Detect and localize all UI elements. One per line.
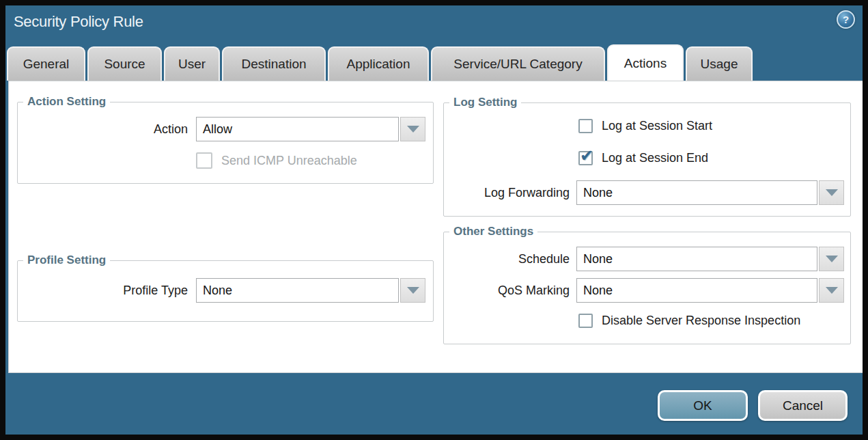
send-icmp-label: Send ICMP Unreachable	[221, 154, 357, 168]
tab-application[interactable]: Application	[328, 46, 429, 81]
tab-label: Service/URL Category	[453, 57, 582, 72]
send-icmp-checkbox	[196, 152, 212, 169]
disable-server-response-inspection-label: Disable Server Response Inspection	[602, 314, 800, 328]
ok-button[interactable]: OK	[658, 390, 748, 421]
help-icon[interactable]: ?	[837, 10, 855, 29]
other-settings-group: Other Settings Schedule None QoS Marking…	[443, 225, 851, 344]
log-session-start-label: Log at Session Start	[602, 119, 712, 133]
tab-destination[interactable]: Destination	[222, 46, 326, 81]
action-dropdown[interactable]: Allow	[196, 117, 425, 141]
tab-label: Destination	[241, 57, 306, 72]
tab-source[interactable]: Source	[87, 46, 162, 81]
log-session-end-checkbox[interactable]	[578, 151, 593, 165]
qos-marking-label: QoS Marking	[444, 284, 570, 298]
qos-marking-dropdown[interactable]: None	[576, 278, 844, 303]
profile-type-dropdown-value: None	[203, 284, 232, 298]
dialog-title: Security Policy Rule	[14, 13, 143, 31]
profile-setting-legend: Profile Setting	[23, 253, 110, 267]
tab-user[interactable]: User	[164, 46, 220, 81]
action-dropdown-button[interactable]	[400, 117, 425, 141]
action-label: Action	[18, 122, 188, 137]
log-setting-group: Log Setting Log at Session Start Log at …	[443, 96, 851, 217]
tab-usage[interactable]: Usage	[686, 46, 753, 81]
schedule-dropdown[interactable]: None	[576, 247, 844, 271]
log-forwarding-dropdown-value: None	[583, 186, 613, 200]
profile-setting-group: Profile Setting Profile Type None	[17, 253, 434, 322]
schedule-label: Schedule	[444, 252, 570, 266]
schedule-dropdown-value: None	[583, 252, 613, 266]
schedule-dropdown-button[interactable]	[819, 247, 844, 271]
tab-bar: General Source User Destination Applicat…	[7, 46, 753, 81]
qos-marking-dropdown-value: None	[583, 284, 613, 298]
tab-actions[interactable]: Actions	[607, 44, 684, 81]
disable-server-response-inspection-checkbox[interactable]	[578, 314, 593, 328]
log-session-start-checkbox[interactable]	[578, 119, 593, 133]
action-setting-group: Action Setting Action Allow Send ICMP Un…	[17, 95, 434, 184]
chevron-down-icon	[407, 287, 419, 294]
tab-label: Application	[347, 57, 410, 72]
log-setting-legend: Log Setting	[449, 96, 521, 109]
tab-general[interactable]: General	[7, 46, 85, 81]
log-session-end-label: Log at Session End	[602, 151, 708, 165]
log-forwarding-label: Log Forwarding	[444, 186, 570, 200]
log-forwarding-dropdown-button[interactable]	[819, 180, 844, 205]
cancel-button[interactable]: Cancel	[758, 390, 848, 421]
chevron-down-icon	[826, 256, 838, 262]
profile-type-label: Profile Type	[18, 284, 188, 298]
tab-label: Source	[104, 57, 145, 72]
qos-marking-dropdown-button[interactable]	[819, 278, 844, 303]
tab-label: User	[178, 57, 206, 72]
action-setting-legend: Action Setting	[23, 95, 110, 109]
tab-label: General	[23, 57, 70, 72]
tab-label: Usage	[701, 57, 738, 72]
chevron-down-icon	[826, 189, 838, 196]
question-mark-glyph: ?	[843, 14, 849, 25]
content-panel: Action Setting Action Allow Send ICMP Un…	[8, 81, 864, 373]
chevron-down-icon	[407, 126, 419, 133]
log-forwarding-dropdown[interactable]: None	[576, 180, 844, 205]
profile-type-dropdown[interactable]: None	[196, 278, 425, 303]
profile-type-dropdown-button[interactable]	[400, 278, 425, 303]
tab-label: Actions	[624, 56, 667, 71]
security-policy-rule-dialog: Security Policy Rule ? General Source Us…	[0, 0, 868, 440]
action-dropdown-value: Allow	[203, 122, 232, 137]
other-settings-legend: Other Settings	[449, 225, 537, 238]
chevron-down-icon	[826, 287, 838, 294]
tab-service-url-category[interactable]: Service/URL Category	[431, 46, 605, 81]
